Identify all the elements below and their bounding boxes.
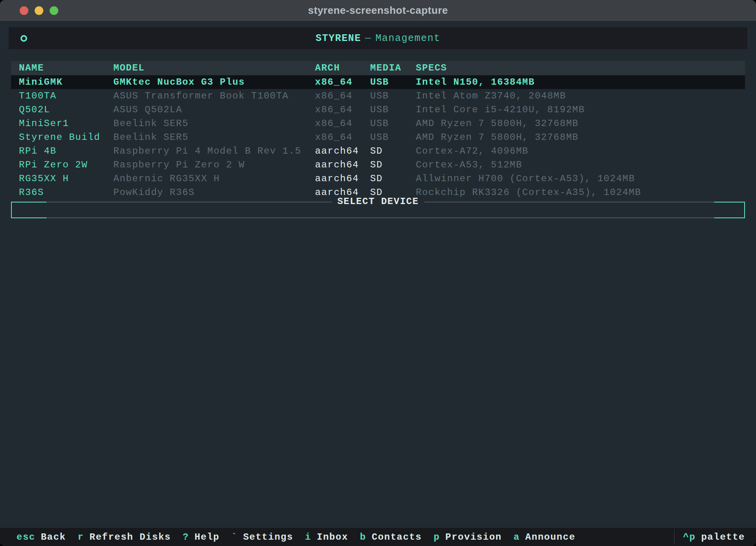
cell-media: SD [370, 172, 416, 186]
device-table: NAME MODEL ARCH MEDIA SPECS MiniGMK GMKt… [11, 61, 745, 199]
hotkey-label: Inbox [317, 532, 348, 542]
app-header: STYRENE—Management [9, 27, 747, 49]
cell-model: Beelink SER5 [113, 130, 315, 144]
column-header-specs: SPECS [416, 61, 745, 75]
column-header-media: MEDIA [370, 61, 416, 75]
hotkey-palette[interactable]: ^p palette [683, 532, 745, 542]
select-device-corner-left [11, 202, 46, 218]
cell-arch: aarch64 [315, 158, 370, 172]
hotkey-provision[interactable]: p Provision [434, 532, 502, 542]
cell-media: SD [370, 144, 416, 158]
app-window: styrene-screenshot-capture STYRENE—Manag… [0, 0, 756, 546]
cell-model: Anbernic RG35XX H [113, 172, 315, 186]
hotkey-key: ` [231, 532, 237, 542]
select-device-input[interactable]: SELECT DEVICE [11, 202, 745, 218]
cell-name: RPi 4B [11, 144, 113, 158]
hotkey-key: a [513, 532, 520, 542]
column-header-model: MODEL [113, 61, 315, 75]
hotkey-key: ^p [683, 532, 696, 542]
cell-name: MiniGMK [11, 75, 113, 89]
table-row-styrene-build[interactable]: Styrene Build Beelink SER5 x86_64 USB AM… [11, 130, 745, 144]
hotkey-refresh-disks[interactable]: r Refresh Disks [78, 532, 171, 542]
cell-model: GMKtec NucBox G3 Plus [113, 75, 315, 89]
cell-arch: aarch64 [315, 172, 370, 186]
hotkey-key: p [434, 532, 440, 542]
terminal-area: STYRENE—Management NAME MODEL ARCH MEDIA… [0, 21, 756, 546]
hotkey-help[interactable]: ? Help [183, 532, 220, 542]
hotkey-label: palette [701, 532, 745, 542]
footer-divider [674, 529, 674, 545]
cell-arch: x86_64 [315, 103, 370, 117]
column-header-arch: ARCH [315, 61, 370, 75]
cell-name: Styrene Build [11, 130, 113, 144]
table-row-rpi-4b[interactable]: RPi 4B Raspberry Pi 4 Model B Rev 1.5 aa… [11, 144, 745, 158]
cell-specs: Cortex-A72, 4096MB [416, 144, 745, 158]
cell-specs: AMD Ryzen 7 5800H, 32768MB [416, 130, 745, 144]
table-row-miniser1[interactable]: MiniSer1 Beelink SER5 x86_64 USB AMD Ryz… [11, 117, 745, 130]
hotkey-inbox[interactable]: i Inbox [305, 532, 348, 542]
hotkey-group-left: esc Back r Refresh Disks ? Help ` Settin… [0, 532, 674, 542]
cell-model: PowKiddy R36S [113, 186, 315, 199]
table-row-rg35xx-h[interactable]: RG35XX H Anbernic RG35XX H aarch64 SD Al… [11, 172, 745, 186]
cell-arch: x86_64 [315, 89, 370, 103]
hotkey-label: Settings [243, 532, 293, 542]
hotkey-key: r [78, 532, 84, 542]
app-header-title: STYRENE—Management [9, 33, 747, 44]
hotkey-contacts[interactable]: b Contacts [360, 532, 422, 542]
cell-model: ASUS Q502LA [113, 103, 315, 117]
cell-name: T100TA [11, 89, 113, 103]
hotkey-label: Announce [525, 532, 575, 542]
cell-media: USB [370, 89, 416, 103]
hotkey-settings[interactable]: ` Settings [231, 532, 293, 542]
hotkey-back[interactable]: esc Back [17, 532, 66, 542]
hotkey-group-right: ^p palette [674, 529, 756, 545]
select-device-label: SELECT DEVICE [332, 196, 424, 207]
cell-specs: AMD Ryzen 7 5800H, 32768MB [416, 117, 745, 130]
cell-arch: aarch64 [315, 144, 370, 158]
cell-media: USB [370, 103, 416, 117]
cell-specs: Intel Atom Z3740, 2048MB [416, 89, 745, 103]
table-header-row: NAME MODEL ARCH MEDIA SPECS [11, 61, 745, 75]
header-section-label: Management [376, 33, 441, 44]
hotkey-label: Contacts [372, 532, 422, 542]
window-title: styrene-screenshot-capture [0, 4, 756, 17]
hotkey-announce[interactable]: a Announce [513, 532, 575, 542]
cell-media: USB [370, 75, 416, 89]
hotkey-bar: esc Back r Refresh Disks ? Help ` Settin… [0, 528, 756, 546]
hotkey-key: esc [17, 532, 35, 542]
window-titlebar: styrene-screenshot-capture [0, 0, 756, 21]
cell-name: MiniSer1 [11, 117, 113, 130]
cell-model: ASUS Transformer Book T100TA [113, 89, 315, 103]
cell-arch: x86_64 [315, 117, 370, 130]
table-row-t100ta[interactable]: T100TA ASUS Transformer Book T100TA x86_… [11, 89, 745, 103]
cell-specs: Intel N150, 16384MB [416, 75, 745, 89]
cell-name: RG35XX H [11, 172, 113, 186]
hotkey-key: ? [183, 532, 189, 542]
cell-arch: x86_64 [315, 130, 370, 144]
cell-media: SD [370, 158, 416, 172]
table-row-rpi-zero-2w[interactable]: RPi Zero 2W Raspberry Pi Zero 2 W aarch6… [11, 158, 745, 172]
cell-specs: Cortex-A53, 512MB [416, 158, 745, 172]
column-header-name: NAME [11, 61, 113, 75]
app-name: STYRENE [315, 33, 361, 44]
hotkey-label: Help [195, 532, 220, 542]
cell-media: USB [370, 117, 416, 130]
table-row-minigmk[interactable]: MiniGMK GMKtec NucBox G3 Plus x86_64 USB… [11, 75, 745, 89]
hotkey-label: Provision [445, 532, 502, 542]
cell-name: Q502L [11, 103, 113, 117]
hotkey-label: Refresh Disks [89, 532, 171, 542]
cell-media: USB [370, 130, 416, 144]
header-separator: — [361, 33, 376, 44]
select-device-corner-right [714, 202, 745, 218]
cell-arch: x86_64 [315, 75, 370, 89]
cell-name: R36S [11, 186, 113, 199]
hotkey-key: b [360, 532, 366, 542]
cell-specs: Allwinner H700 (Cortex-A53), 1024MB [416, 172, 745, 186]
hotkey-label: Back [41, 532, 66, 542]
cell-model: Raspberry Pi 4 Model B Rev 1.5 [113, 144, 315, 158]
cell-model: Raspberry Pi Zero 2 W [113, 158, 315, 172]
cell-specs: Intel Core i5-4210U, 8192MB [416, 103, 745, 117]
cell-name: RPi Zero 2W [11, 158, 113, 172]
table-row-q502l[interactable]: Q502L ASUS Q502LA x86_64 USB Intel Core … [11, 103, 745, 117]
hotkey-key: i [305, 532, 311, 542]
